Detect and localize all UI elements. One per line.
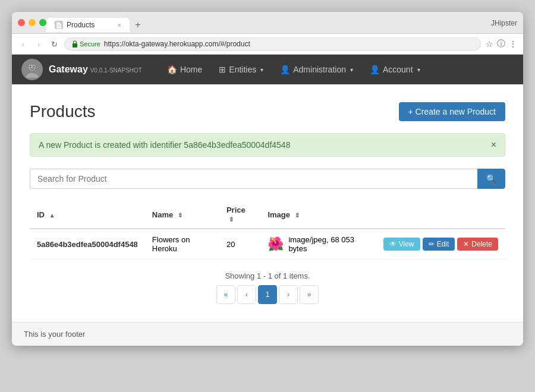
secure-badge: Secure — [72, 40, 100, 48]
nav-home[interactable]: 🏠 Home — [160, 55, 209, 84]
search-input[interactable] — [30, 169, 477, 189]
back-button[interactable]: ‹ — [18, 39, 29, 49]
search-button[interactable]: 🔍 — [477, 169, 505, 189]
account-dropdown-arrow: ▾ — [417, 67, 420, 73]
col-price-label: Price — [226, 206, 246, 214]
col-id-sort: ▲ — [49, 212, 55, 219]
menu-icon[interactable]: ⋮ — [509, 39, 517, 49]
brand-version: V0.0.1-SNAPSHOT — [90, 67, 142, 74]
bookmark-icon[interactable]: ☆ — [486, 39, 493, 49]
refresh-button[interactable]: ↻ — [49, 39, 59, 49]
browser-chrome: 📄 Products × + JHipster — [12, 12, 523, 34]
page-last-button[interactable]: » — [300, 285, 319, 304]
svg-point-4 — [33, 66, 34, 67]
tab-close-button[interactable]: × — [118, 21, 121, 29]
info-icon[interactable]: ⓘ — [497, 39, 505, 49]
jhipster-label: JHipster — [491, 19, 517, 31]
brand-name: Gateway — [49, 64, 88, 74]
products-table: ID ▲ Name ⇕ Price ⇕ Image ⇕ — [30, 201, 505, 260]
nav-home-label: Home — [180, 65, 202, 74]
success-alert: A new Product is created with identifier… — [30, 133, 505, 157]
address-url: https://okta-gateway.herokuapp.com/#/pro… — [104, 40, 250, 48]
svg-point-2 — [26, 73, 38, 78]
navbar-nav: 🏠 Home ⊞ Entities ▾ 👤 Administration ▾ 👤… — [160, 55, 427, 84]
tab-title: Products — [67, 21, 95, 29]
page-next-button[interactable]: › — [279, 285, 298, 304]
view-icon: 👁 — [389, 240, 396, 248]
traffic-lights — [18, 19, 46, 26]
nav-administration[interactable]: 👤 Administration ▾ — [273, 55, 360, 84]
svg-rect-5 — [29, 64, 35, 65]
delete-button[interactable]: ✕ Delete — [457, 238, 498, 251]
table-row: 5a86e4b3edfea50004df4548 Flowers on Hero… — [30, 229, 505, 260]
cell-id: 5a86e4b3edfea50004df4548 — [30, 229, 145, 260]
action-buttons: 👁 View ✏ Edit ✕ Delete — [383, 238, 498, 251]
cell-actions: 👁 View ✏ Edit ✕ Delete — [376, 229, 505, 260]
browser-tab[interactable]: 📄 Products × — [46, 18, 130, 32]
delete-icon: ✕ — [463, 240, 469, 248]
app-content: Products + Create a new Product A new Pr… — [12, 84, 523, 322]
table-body: 5a86e4b3edfea50004df4548 Flowers on Hero… — [30, 229, 505, 260]
page-first-button[interactable]: « — [216, 285, 235, 304]
pagination: « ‹ 1 › » — [216, 285, 319, 304]
pagination-area: Showing 1 - 1 of 1 items. « ‹ 1 › » — [30, 260, 505, 310]
col-actions — [376, 201, 505, 229]
nav-administration-label: Administration — [293, 65, 346, 74]
image-info: image/jpeg, 68 053 bytes — [288, 235, 369, 253]
nav-entities-label: Entities — [229, 65, 256, 74]
edit-icon: ✏ — [429, 240, 435, 248]
col-id[interactable]: ID ▲ — [30, 201, 145, 229]
app-navbar: Gateway V0.0.1-SNAPSHOT 🏠 Home ⊞ Entitie… — [12, 55, 523, 84]
brand-avatar — [21, 59, 43, 80]
alert-message: A new Product is created with identifier… — [39, 140, 290, 150]
flower-icon: 🌺 — [268, 236, 284, 252]
cell-name: Flowers on Heroku — [145, 229, 219, 260]
table-header: ID ▲ Name ⇕ Price ⇕ Image ⇕ — [30, 201, 505, 229]
col-name-sort: ⇕ — [178, 212, 182, 219]
col-id-label: ID — [37, 210, 45, 219]
minimize-light[interactable] — [29, 19, 36, 26]
cell-price: 20 — [219, 229, 260, 260]
alert-close-button[interactable]: × — [491, 140, 496, 150]
address-bar[interactable]: Secure https://okta-gateway.herokuapp.co… — [64, 37, 481, 50]
tab-favicon: 📄 — [55, 21, 63, 29]
account-icon: 👤 — [370, 65, 380, 74]
page-1-button[interactable]: 1 — [258, 285, 277, 304]
maximize-light[interactable] — [39, 19, 46, 26]
cell-image: 🌺 image/jpeg, 68 053 bytes — [260, 229, 376, 260]
delete-label: Delete — [471, 240, 492, 248]
navbar-brand[interactable]: Gateway V0.0.1-SNAPSHOT — [21, 59, 142, 80]
col-image-label: Image — [268, 210, 290, 219]
home-icon: 🏠 — [167, 65, 177, 74]
svg-rect-0 — [73, 43, 77, 48]
edit-button[interactable]: ✏ Edit — [423, 238, 455, 251]
create-product-button[interactable]: + Create a new Product — [399, 102, 505, 121]
svg-point-3 — [30, 66, 31, 67]
administration-dropdown-arrow: ▾ — [350, 67, 353, 73]
page-title: Products — [30, 102, 96, 121]
search-row: 🔍 — [30, 169, 505, 189]
col-image[interactable]: Image ⇕ — [260, 201, 376, 229]
new-tab-button[interactable]: + — [130, 17, 146, 33]
page-header: Products + Create a new Product — [30, 102, 505, 121]
admin-icon: 👤 — [280, 65, 290, 74]
entities-icon: ⊞ — [219, 65, 226, 74]
nav-account-label: Account — [383, 65, 413, 74]
close-light[interactable] — [18, 19, 25, 26]
page-prev-button[interactable]: ‹ — [237, 285, 256, 304]
footer-text: This is your footer — [24, 330, 85, 339]
col-image-sort: ⇕ — [295, 212, 300, 219]
col-name-label: Name — [152, 210, 173, 219]
entities-dropdown-arrow: ▾ — [260, 67, 263, 73]
nav-entities[interactable]: ⊞ Entities ▾ — [212, 55, 270, 84]
col-price-sort: ⇕ — [229, 216, 234, 223]
col-name[interactable]: Name ⇕ — [145, 201, 219, 229]
forward-button[interactable]: › — [33, 39, 44, 49]
browser-window: 📄 Products × + JHipster ‹ › ↻ Secure htt… — [12, 12, 523, 346]
view-button[interactable]: 👁 View — [383, 238, 420, 251]
app-footer: This is your footer — [12, 322, 523, 346]
nav-account[interactable]: 👤 Account ▾ — [363, 55, 427, 84]
col-price[interactable]: Price ⇕ — [219, 201, 260, 229]
edit-label: Edit — [437, 240, 449, 248]
address-bar-area: ‹ › ↻ Secure https://okta-gateway.heroku… — [12, 34, 523, 55]
